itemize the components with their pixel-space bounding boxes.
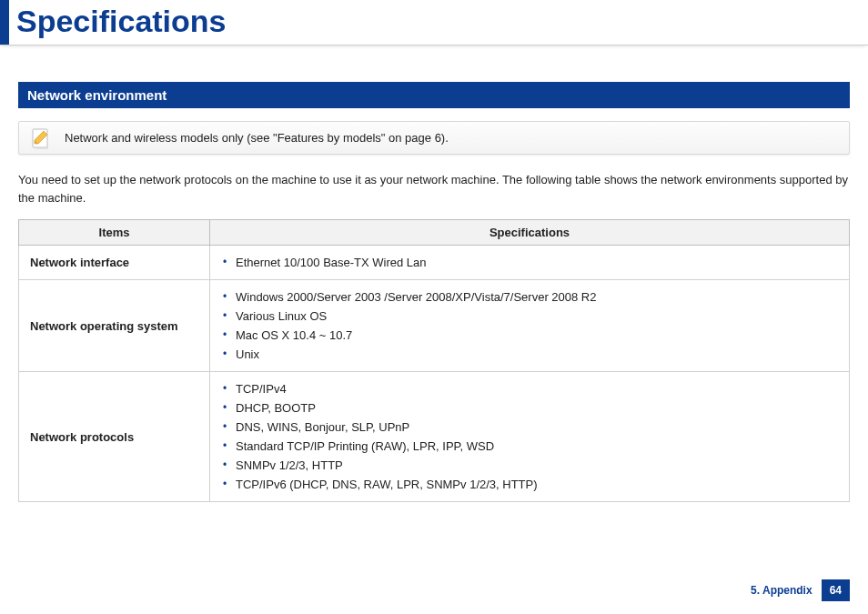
- row-specs: TCP/IPv4 DHCP, BOOTP DNS, WINS, Bonjour,…: [210, 372, 850, 502]
- intro-text: You need to set up the network protocols…: [18, 171, 850, 206]
- row-specs: Windows 2000/Server 2003 /Server 2008/XP…: [210, 280, 850, 372]
- page-content: Network environment Network and wireless…: [0, 45, 868, 502]
- page-title-row: Specifications: [0, 0, 868, 45]
- row-item: Network operating system: [19, 280, 210, 372]
- list-item: Various Linux OS: [221, 307, 838, 326]
- list-item: Windows 2000/Server 2003 /Server 2008/XP…: [221, 287, 838, 307]
- note-icon: [30, 127, 52, 151]
- specifications-table: Items Specifications Network interface E…: [18, 219, 850, 502]
- list-item: TCP/IPv4: [221, 379, 838, 398]
- title-accent-bar: [0, 0, 9, 45]
- table-row: Network operating system Windows 2000/Se…: [19, 280, 850, 372]
- note-text: Network and wireless models only (see "F…: [65, 131, 449, 145]
- table-header-items: Items: [19, 220, 210, 246]
- list-item: Standard TCP/IP Printing (RAW), LPR, IPP…: [221, 437, 838, 456]
- list-item: TCP/IPv6 (DHCP, DNS, RAW, LPR, SNMPv 1/2…: [221, 475, 838, 494]
- list-item: Mac OS X 10.4 ~ 10.7: [221, 326, 838, 345]
- list-item: DHCP, BOOTP: [221, 398, 838, 418]
- row-item: Network interface: [19, 246, 210, 280]
- table-row: Network interface Ethernet 10/100 Base-T…: [19, 246, 850, 280]
- page-title: Specifications: [9, 0, 234, 45]
- list-item: Ethernet 10/100 Base-TX Wired Lan: [221, 253, 838, 272]
- footer-page-number: 64: [822, 579, 850, 601]
- page-footer: 5. Appendix 64: [742, 579, 850, 601]
- list-item: DNS, WINS, Bonjour, SLP, UPnP: [221, 418, 838, 437]
- note-box: Network and wireless models only (see "F…: [18, 121, 850, 155]
- row-item: Network protocols: [19, 372, 210, 502]
- list-item: SNMPv 1/2/3, HTTP: [221, 456, 838, 475]
- footer-section-label: 5. Appendix: [742, 579, 822, 601]
- table-row: Network protocols TCP/IPv4 DHCP, BOOTP D…: [19, 372, 850, 502]
- table-header-specs: Specifications: [210, 220, 850, 246]
- list-item: Unix: [221, 345, 838, 364]
- row-specs: Ethernet 10/100 Base-TX Wired Lan: [210, 246, 850, 280]
- section-header: Network environment: [18, 82, 850, 108]
